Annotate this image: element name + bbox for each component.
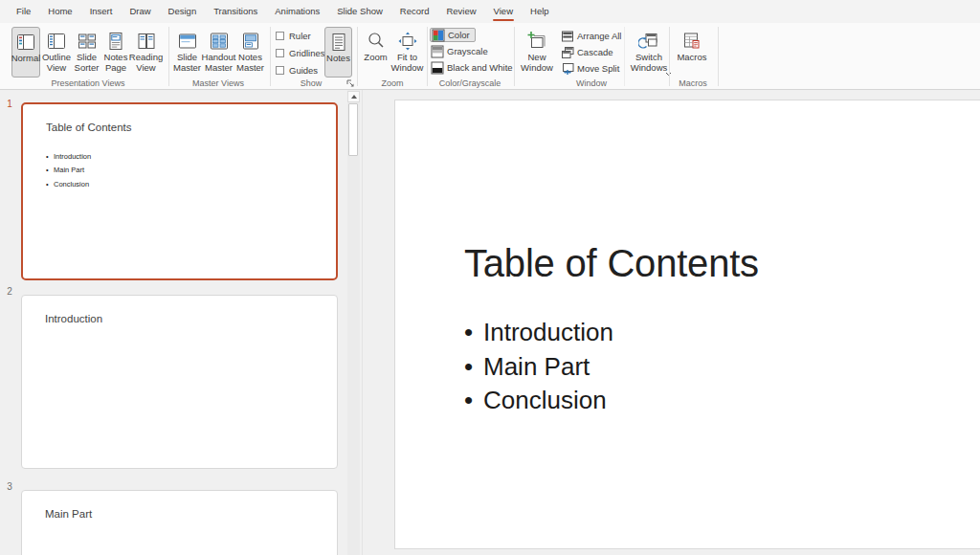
group-label-master-views: Master Views — [192, 78, 244, 88]
move-split-button[interactable]: Move Split — [560, 61, 619, 76]
tab-record[interactable]: Record — [391, 2, 438, 23]
scrollbar-up-button[interactable] — [347, 91, 360, 102]
group-label-color-grayscale: Color/Grayscale — [439, 78, 501, 88]
tab-animations[interactable]: Animations — [266, 2, 328, 23]
tab-draw[interactable]: Draw — [121, 2, 159, 23]
thumbnail-bullet: Main Part — [46, 164, 91, 177]
editor-slide-canvas[interactable]: Table of Contents Introduction Main Part… — [394, 100, 980, 549]
tab-design[interactable]: Design — [160, 2, 206, 23]
group-separator — [514, 27, 515, 86]
group-separator — [427, 27, 428, 86]
slide-3-number: 3 — [4, 481, 15, 492]
outline-view-label: Outline View — [41, 53, 72, 73]
new-window-button[interactable]: New Window — [517, 27, 557, 78]
handout-master-button[interactable]: Handout Master — [202, 27, 235, 78]
tab-view[interactable]: View — [485, 2, 522, 23]
slide-sorter-label: Slide Sorter — [72, 53, 101, 73]
black-and-white-label: Black and White — [447, 62, 513, 73]
tab-review[interactable]: Review — [437, 2, 484, 23]
guides-checkbox-box — [276, 66, 284, 75]
fit-to-window-icon — [397, 30, 418, 53]
slide-sorter-button[interactable]: Slide Sorter — [72, 27, 101, 78]
grayscale-icon — [430, 45, 444, 58]
macros-icon — [681, 30, 702, 53]
normal-view-button[interactable]: Normal — [11, 27, 40, 78]
slide-bullet: Conclusion — [464, 384, 613, 418]
ribbon-tab-bar: File Home Insert Draw Design Transitions… — [0, 0, 980, 23]
zoom-button[interactable]: Zoom — [361, 27, 390, 78]
grayscale-button[interactable]: Grayscale — [430, 44, 488, 58]
tab-slide-show[interactable]: Slide Show — [328, 2, 391, 23]
switch-windows-button[interactable]: Switch Windows — [627, 27, 671, 78]
slide-1-thumbnail[interactable]: Table of Contents Introduction Main Part… — [21, 102, 338, 280]
scrollbar-thumb[interactable] — [348, 103, 358, 156]
arrange-all-label: Arrange All — [577, 31, 621, 41]
thumbnail-1-bullets: Introduction Main Part Conclusion — [46, 150, 91, 191]
outline-view-icon — [46, 30, 67, 53]
slide-master-button[interactable]: Slide Master — [172, 27, 202, 78]
macros-label: Macros — [677, 53, 706, 63]
guides-checkbox[interactable]: Guides — [276, 64, 318, 77]
slide-2-number: 2 — [4, 286, 15, 297]
notes-page-button[interactable]: Notes Page — [101, 27, 130, 78]
cascade-button[interactable]: Cascade — [560, 45, 613, 59]
ruler-checkbox[interactable]: Ruler — [276, 30, 311, 42]
group-label-show: Show — [301, 78, 323, 88]
thumbnail-bullet: Introduction — [46, 150, 91, 164]
reading-view-icon — [136, 30, 157, 53]
guides-label: Guides — [289, 65, 318, 76]
thumbnail-1-title: Table of Contents — [46, 122, 132, 133]
tab-file[interactable]: File — [8, 2, 39, 23]
thumbnail-3-title: Main Part — [45, 508, 92, 520]
notes-master-button[interactable]: Notes Master — [235, 27, 265, 78]
notes-page-label: Notes Page — [101, 53, 130, 73]
zoom-icon — [366, 30, 387, 53]
ribbon-view: Normal Outline View Slide Sorter Notes P… — [0, 23, 980, 90]
move-split-icon — [560, 62, 574, 76]
slide-1-number: 1 — [4, 99, 15, 109]
gridlines-checkbox-box — [276, 49, 284, 57]
new-window-label: New Window — [517, 53, 557, 73]
normal-view-label: Normal — [11, 54, 41, 64]
slide-body-textbox[interactable]: Introduction Main Part Conclusion — [464, 316, 613, 418]
thumbnail-bullet: Conclusion — [46, 178, 91, 191]
panel-divider — [362, 90, 363, 555]
handout-master-label: Handout Master — [202, 53, 236, 73]
powerpoint-window: File Home Insert Draw Design Transitions… — [0, 0, 980, 555]
ruler-checkbox-box — [276, 32, 284, 40]
group-separator — [168, 27, 169, 86]
ruler-label: Ruler — [289, 31, 311, 41]
handout-master-icon — [209, 30, 230, 53]
reading-view-button[interactable]: Reading View — [130, 27, 162, 78]
notes-master-icon — [240, 30, 261, 53]
switch-windows-icon — [638, 30, 659, 53]
arrange-all-button[interactable]: Arrange All — [560, 29, 621, 43]
tab-transitions[interactable]: Transitions — [205, 2, 266, 23]
outline-view-button[interactable]: Outline View — [41, 27, 72, 78]
slide-title-textbox[interactable]: Table of Contents — [464, 242, 759, 285]
thumbnail-2-title: Introduction — [45, 313, 102, 324]
thumbnail-scrollbar[interactable] — [347, 90, 360, 555]
move-split-label: Move Split — [577, 63, 619, 74]
tab-home[interactable]: Home — [39, 2, 80, 23]
slide-master-label: Slide Master — [172, 53, 202, 73]
slide-bullet: Main Part — [464, 350, 613, 385]
fit-to-window-button[interactable]: Fit to Window — [390, 27, 424, 78]
color-button[interactable]: Color — [430, 28, 476, 42]
slide-3-thumbnail[interactable]: Main Part — [21, 490, 338, 555]
show-dialog-launcher[interactable] — [345, 78, 356, 89]
dialog-launcher-icon — [345, 78, 356, 89]
switch-windows-label: Switch Windows — [627, 53, 671, 73]
black-and-white-button[interactable]: Black and White — [430, 60, 513, 75]
slide-2-thumbnail[interactable]: Introduction — [21, 295, 338, 469]
tab-insert[interactable]: Insert — [81, 2, 122, 23]
tab-help[interactable]: Help — [522, 2, 558, 23]
notes-button[interactable]: Notes — [324, 27, 352, 78]
macros-button[interactable]: Macros — [673, 27, 711, 78]
new-window-icon — [526, 30, 547, 53]
group-separator — [718, 27, 719, 86]
gridlines-checkbox[interactable]: Gridlines — [276, 47, 325, 59]
group-inner-separator — [624, 27, 625, 86]
group-label-macros: Macros — [679, 78, 707, 88]
fit-to-window-label: Fit to Window — [390, 53, 424, 73]
